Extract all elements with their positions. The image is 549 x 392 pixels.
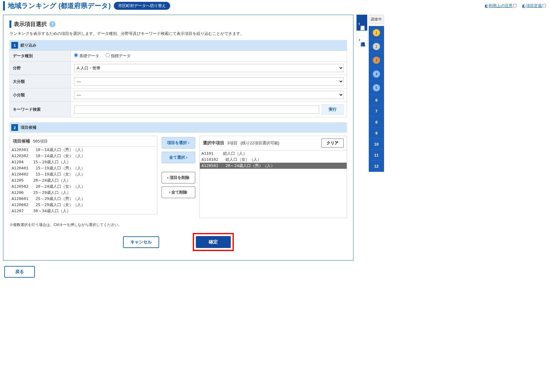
step1-header: 1 絞り込み xyxy=(9,40,347,50)
page-title: 地域ランキング (都道府県データ) xyxy=(3,1,111,10)
step-number: 1 xyxy=(11,42,18,49)
rank-cell[interactable]: 5 xyxy=(369,81,384,95)
select-item-button[interactable]: 項目を選択 › xyxy=(162,137,195,149)
selected-listbox[interactable]: A1101 総人口（人）A110102 総人口（女）（人）A120501 20～… xyxy=(200,150,347,218)
popout-icon xyxy=(543,4,546,7)
radio-basic-data[interactable]: 基礎データ xyxy=(74,54,99,58)
section-description: ランキングを表示するための項目を選択します。データ種別、分野等及びキーワード検索… xyxy=(9,31,347,36)
rank-cell[interactable]: 9 xyxy=(369,128,384,139)
candidates-column: 項目候補 565項目 A120301 10～14歳人口（男）（人）A120302… xyxy=(9,136,157,214)
candidates-count: 565項目 xyxy=(33,139,48,144)
side-tab-region-select[interactable]: 地域選択 › xyxy=(357,31,368,47)
remove-item-button[interactable]: ‹ 項目を削除 xyxy=(162,172,195,183)
execute-button[interactable]: 実行 xyxy=(322,104,344,115)
list-item[interactable]: A1207 30～34歳人口（人） xyxy=(10,208,157,214)
list-item[interactable]: A1205 20～24歳人口（人） xyxy=(10,177,157,183)
list-item[interactable]: A110102 総人口（女）（人） xyxy=(200,157,347,163)
chevron-left-icon: ‹ xyxy=(358,21,360,26)
list-item[interactable]: A1206 25～29歳人口（人） xyxy=(10,190,157,196)
switch-data-button[interactable]: 市区町村データへ切り替え xyxy=(114,2,170,10)
rank-cell[interactable]: 6 xyxy=(369,95,384,106)
item-definition-link[interactable]: 項目定義 xyxy=(522,3,546,9)
selected-count: 3項目 xyxy=(227,140,237,146)
list-item[interactable]: A120402 15～19歳人口（女）（人） xyxy=(10,171,157,177)
filter-label-minor: 小分類 xyxy=(10,88,71,102)
selected-column: 選択中項目 3項目 (残り22項目選択可能) クリア A1101 総人口（人）A… xyxy=(200,136,347,218)
popout-icon xyxy=(513,4,517,7)
radio-indicator-data[interactable]: 指標データ xyxy=(106,54,131,58)
rank-cell[interactable]: 10 xyxy=(369,139,384,150)
rank-cell[interactable]: 12 xyxy=(369,161,384,172)
confirm-button[interactable]: 確定 xyxy=(196,236,231,248)
rank-cell[interactable]: 7 xyxy=(369,106,384,117)
rank-cell[interactable]: 8 xyxy=(369,117,384,128)
selected-title: 選択中項目 xyxy=(203,140,224,146)
list-item[interactable]: A120602 25～29歳人口（女）（人） xyxy=(10,202,157,208)
section-title: 表示項目選択 xyxy=(9,20,47,28)
list-item[interactable]: A120601 25～29歳人口（男）（人） xyxy=(10,196,157,202)
multiselect-note: ※複数選択を行う場合は、Ctrlキーを押しながら選択してください。 xyxy=(9,222,347,227)
step-title: 項目候補 xyxy=(21,125,36,130)
step-title: 絞り込み xyxy=(21,43,36,48)
list-item[interactable]: A120302 10～14歳人口（女）（人） xyxy=(10,153,157,159)
minor-select[interactable]: --- xyxy=(74,91,344,99)
selection-panel: 表示項目選択 ? ランキングを表示するための項目を選択します。データ種別、分野等… xyxy=(3,15,353,261)
list-item[interactable]: A1204 15～19歳人口（人） xyxy=(10,159,157,165)
candidates-listbox[interactable]: A120301 10～14歳人口（男）（人）A120302 10～14歳人口（女… xyxy=(10,147,157,214)
step-number: 2 xyxy=(11,124,18,131)
keyword-input[interactable] xyxy=(74,105,319,114)
chevron-right-icon: › xyxy=(359,37,360,43)
filter-label-field: 分野 xyxy=(10,61,71,75)
selected-remaining: (残り22項目選択可能) xyxy=(241,140,279,146)
filter-label-datatype: データ種別 xyxy=(10,51,71,61)
filter-label-keyword: キーワード検索 xyxy=(10,102,71,117)
field-select[interactable]: A 人口・世帯 xyxy=(74,64,344,72)
list-item[interactable]: A1101 総人口（人） xyxy=(200,150,347,157)
cancel-button[interactable]: キャンセル xyxy=(123,236,159,248)
major-select[interactable]: --- xyxy=(74,77,344,86)
rank-cell[interactable]: 4 xyxy=(369,67,384,81)
filter-label-major: 大分類 xyxy=(10,75,71,88)
rank-cell[interactable]: 1 xyxy=(369,26,384,40)
list-item[interactable]: A120501 20～24歳人口（男）（人） xyxy=(200,163,347,169)
rank-cell[interactable]: 2 xyxy=(369,40,384,54)
filter-table: データ種別 基礎データ 指標データ 分野 A 人口・世帯 大分類 --- 小分類… xyxy=(9,50,347,117)
list-item[interactable]: A120502 20～24歳人口（女）（人） xyxy=(10,183,157,190)
candidates-title: 項目候補 xyxy=(13,139,30,144)
usage-notes-link[interactable]: 利用上の注意 xyxy=(485,3,517,9)
survey-year-tab[interactable]: 調査年 xyxy=(369,15,384,24)
clear-button[interactable]: クリア xyxy=(321,139,344,148)
select-all-button[interactable]: 全て選択 › xyxy=(162,152,195,163)
remove-all-button[interactable]: ‹ 全て削除 xyxy=(162,187,195,198)
help-icon[interactable]: ? xyxy=(49,21,55,27)
step2-header: 2 項目候補 xyxy=(9,122,347,133)
rank-cell[interactable]: 11 xyxy=(369,150,384,161)
side-tab-display-items[interactable]: 表示項目選択 ‹ xyxy=(357,15,367,31)
back-button[interactable]: 戻る xyxy=(4,266,35,278)
list-item[interactable]: A120401 15～19歳人口（男）（人） xyxy=(10,165,157,171)
confirm-highlight: 確定 xyxy=(193,233,234,251)
list-item[interactable]: A120301 10～14歳人口（男）（人） xyxy=(10,147,157,153)
rank-cell[interactable]: 3 xyxy=(369,54,384,67)
